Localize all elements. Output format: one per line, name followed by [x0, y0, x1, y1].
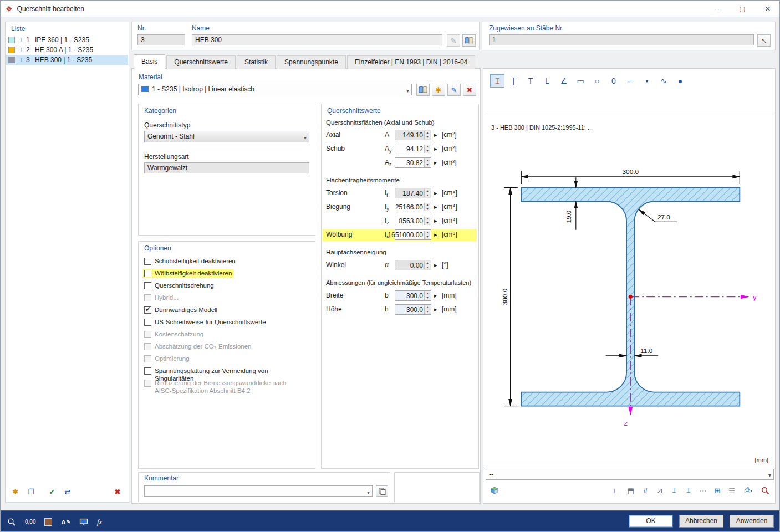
- details-list-icon[interactable]: ☰: [725, 484, 738, 497]
- option-hybrid[interactable]: Hybrid...: [143, 293, 181, 302]
- edit-material-icon[interactable]: ✎: [447, 84, 461, 96]
- spinner-icon[interactable]: ▴▾: [424, 145, 430, 153]
- shape-pipe-section-icon[interactable]: 0: [606, 74, 621, 88]
- background-color-icon[interactable]: [44, 518, 52, 526]
- value-field[interactable]: 0.00▴▾: [395, 260, 431, 270]
- checkbox-icon[interactable]: [144, 367, 151, 375]
- copy-section-icon[interactable]: ❐: [24, 485, 38, 498]
- ok-button[interactable]: OK: [629, 515, 673, 528]
- decimal-places-icon[interactable]: 0,00: [25, 519, 35, 525]
- expand-arrow-icon[interactable]: [434, 203, 437, 211]
- zoom-reset-icon[interactable]: [758, 484, 772, 497]
- delete-section-icon[interactable]: ✖: [111, 485, 124, 498]
- function-icon[interactable]: fx: [97, 518, 102, 526]
- material-library-icon[interactable]: [416, 84, 430, 96]
- print-icon[interactable]: ⎙▾: [740, 484, 757, 497]
- checkbox-icon[interactable]: [144, 306, 151, 314]
- rename-section-icon[interactable]: ✎: [447, 34, 460, 47]
- option-co2-emissionen[interactable]: Abschätzung der CO₂-Emissionen: [143, 342, 254, 351]
- spinner-icon[interactable]: ▴▾: [424, 158, 430, 167]
- value-field[interactable]: 94.12▴▾: [395, 144, 431, 154]
- maximize-button[interactable]: ▢: [730, 1, 755, 17]
- tab-spannungspunkte[interactable]: Spannungspunkte: [277, 55, 346, 69]
- shape-angle-section-icon[interactable]: ∠: [557, 74, 571, 88]
- swap-section-icon[interactable]: ⇄: [61, 485, 74, 498]
- new-material-icon[interactable]: ✱: [432, 84, 445, 96]
- value-field[interactable]: 149.10▴▾: [395, 130, 431, 140]
- value-field[interactable]: 1651000.00▴▾: [395, 229, 431, 240]
- shape-solid-section-icon[interactable]: ▪: [640, 74, 654, 88]
- tab-einzelfelder[interactable]: Einzelfelder | EN 1993 | DIN | 2016-04: [347, 55, 475, 69]
- option-schubsteifigkeit[interactable]: Schubsteifigkeit deaktivieren: [143, 257, 238, 265]
- spinner-icon[interactable]: ▴▾: [424, 217, 430, 225]
- shape-t-section-icon[interactable]: T: [523, 74, 538, 88]
- spinner-icon[interactable]: ▴▾: [424, 189, 430, 197]
- expand-arrow-icon[interactable]: [434, 305, 437, 313]
- option-querschnittsdrehung[interactable]: Querschnittsdrehung: [143, 281, 216, 290]
- list-item[interactable]: ⌶ 1 IPE 360 | 1 - S235: [6, 35, 128, 45]
- assigned-members-field[interactable]: 1: [489, 34, 754, 45]
- spinner-icon[interactable]: ▴▾: [424, 261, 430, 269]
- expand-arrow-icon[interactable]: [434, 231, 437, 238]
- nr-field[interactable]: 3: [137, 34, 185, 45]
- option-optimierung[interactable]: Optimierung: [143, 354, 192, 363]
- shape-point-section-icon[interactable]: ●: [673, 74, 687, 88]
- pick-members-icon[interactable]: ↖: [757, 34, 771, 47]
- list-item-selected[interactable]: ⌶ 3 HEB 300 | 1 - S235: [6, 55, 128, 65]
- expand-arrow-icon[interactable]: [434, 217, 437, 224]
- option-kostenschaetzung[interactable]: Kostenschätzung: [143, 330, 206, 339]
- values-display-icon[interactable]: #: [639, 484, 652, 497]
- section-library-icon[interactable]: [462, 34, 476, 47]
- spinner-icon[interactable]: ▴▾: [424, 291, 430, 300]
- checkbox-icon[interactable]: [144, 258, 151, 265]
- checkbox-icon[interactable]: [144, 282, 151, 289]
- new-section-icon[interactable]: ✱: [9, 485, 22, 498]
- value-field[interactable]: 300.0▴▾: [395, 304, 431, 315]
- section-type-combo[interactable]: Genormt - Stahl: [144, 131, 309, 142]
- close-button[interactable]: ✕: [755, 1, 780, 17]
- expand-arrow-icon[interactable]: [434, 158, 437, 166]
- section-points-icon[interactable]: ⌶: [682, 484, 695, 497]
- minimize-button[interactable]: –: [704, 1, 730, 17]
- copy-comment-icon[interactable]: [376, 485, 388, 497]
- spinner-icon[interactable]: ▴▾: [424, 305, 430, 314]
- comment-combo[interactable]: [144, 485, 373, 497]
- tab-statistik[interactable]: Statistik: [237, 55, 276, 69]
- shape-box-section-icon[interactable]: ▭: [573, 74, 588, 88]
- value-field[interactable]: 30.82▴▾: [395, 157, 431, 168]
- option-woelbsteifigkeit[interactable]: Wölbsteifigkeit deaktivieren: [143, 269, 234, 278]
- cancel-button[interactable]: Abbrechen: [679, 515, 723, 528]
- expand-arrow-icon[interactable]: [434, 189, 437, 197]
- spinner-icon[interactable]: ▴▾: [424, 131, 430, 139]
- checkbox-icon[interactable]: [144, 319, 151, 326]
- expand-arrow-icon[interactable]: [434, 261, 437, 269]
- apply-button[interactable]: Anwenden: [730, 515, 774, 528]
- shape-circular-section-icon[interactable]: ○: [590, 74, 604, 88]
- rename-icon[interactable]: A✎: [61, 519, 70, 525]
- shape-l-section-icon[interactable]: L: [540, 74, 554, 88]
- table-icon[interactable]: ⊞: [711, 484, 724, 497]
- display-settings-icon[interactable]: [79, 518, 88, 526]
- list-item[interactable]: ⌶ 2 HE 300 A | 1 - S235: [6, 45, 128, 55]
- angle-display-icon[interactable]: ⊿: [653, 484, 666, 497]
- checkbox-icon[interactable]: [144, 270, 151, 277]
- spinner-icon[interactable]: ▴▾: [424, 231, 430, 239]
- option-aisc-reduzierung[interactable]: Reduzierung der Bemessungswanddicke nach…: [143, 378, 295, 395]
- preview-display-combo[interactable]: --: [486, 469, 774, 480]
- name-field[interactable]: HEB 300: [192, 34, 442, 45]
- expand-arrow-icon[interactable]: [434, 291, 437, 299]
- tab-basis[interactable]: Basis: [134, 54, 165, 69]
- more-options-icon[interactable]: ⋯: [696, 484, 710, 497]
- check-section-icon[interactable]: ✔: [45, 485, 59, 498]
- value-field[interactable]: 300.0▴▾: [395, 290, 431, 301]
- expand-arrow-icon[interactable]: [434, 145, 437, 152]
- delete-material-icon[interactable]: ✖: [463, 84, 476, 96]
- material-combo[interactable]: 1 - S235 | Isotrop | Linear elastisch: [138, 84, 412, 95]
- value-field[interactable]: 187.40▴▾: [395, 188, 431, 198]
- value-field[interactable]: 8563.00▴▾: [395, 216, 431, 226]
- spinner-icon[interactable]: ▴▾: [424, 203, 430, 211]
- section-outline-icon[interactable]: ⌶: [667, 484, 681, 497]
- expand-arrow-icon[interactable]: [434, 131, 437, 139]
- shape-channel-section-icon[interactable]: [: [507, 74, 521, 88]
- value-field[interactable]: 25166.00▴▾: [395, 202, 431, 212]
